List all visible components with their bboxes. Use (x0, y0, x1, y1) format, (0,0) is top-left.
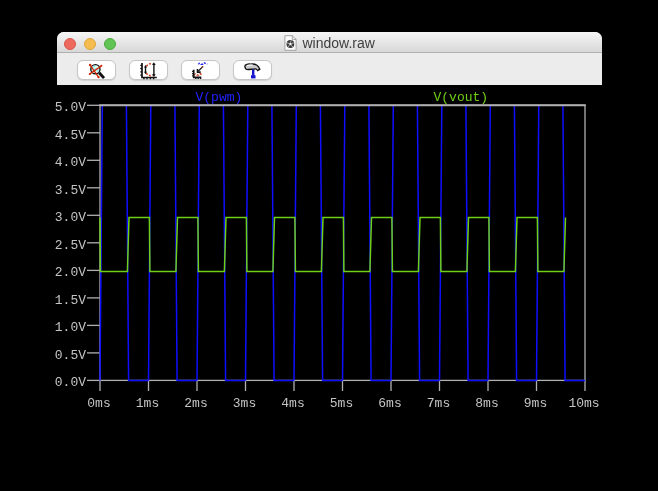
svg-text:10ms: 10ms (568, 396, 599, 411)
svg-text:2.0V: 2.0V (55, 265, 86, 280)
svg-text:V(vout): V(vout) (434, 90, 489, 105)
svg-text:0ms: 0ms (87, 396, 110, 411)
svg-text:3.5V: 3.5V (55, 183, 86, 198)
svg-text:1.0V: 1.0V (55, 320, 86, 335)
svg-text:4.5V: 4.5V (55, 128, 86, 143)
svg-text:0.0V: 0.0V (55, 375, 86, 390)
svg-text:2ms: 2ms (184, 396, 207, 411)
svg-text:6ms: 6ms (378, 396, 401, 411)
svg-text:1.5V: 1.5V (55, 293, 86, 308)
svg-text:4.0V: 4.0V (55, 155, 86, 170)
svg-text:4ms: 4ms (281, 396, 304, 411)
svg-text:3.0V: 3.0V (55, 210, 86, 225)
svg-text:8ms: 8ms (475, 396, 498, 411)
svg-text:1ms: 1ms (136, 396, 159, 411)
svg-text:9ms: 9ms (524, 396, 547, 411)
svg-text:0.5V: 0.5V (55, 348, 86, 363)
svg-text:7ms: 7ms (427, 396, 450, 411)
svg-text:5ms: 5ms (330, 396, 353, 411)
svg-text:3ms: 3ms (233, 396, 256, 411)
svg-text:V(pwm): V(pwm) (196, 90, 243, 105)
svg-text:5.0V: 5.0V (55, 100, 86, 115)
svg-text:2.5V: 2.5V (55, 238, 86, 253)
